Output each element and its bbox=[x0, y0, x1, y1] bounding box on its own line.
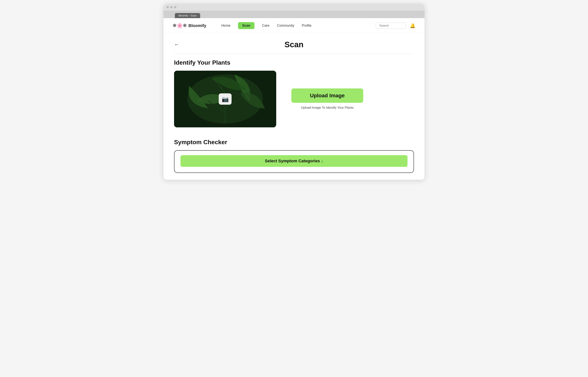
window-dot-red bbox=[166, 6, 169, 8]
nav-item-profile[interactable]: Profile bbox=[302, 24, 312, 28]
back-button[interactable]: ← bbox=[174, 42, 179, 48]
camera-icon-wrapper: 📷 bbox=[219, 93, 232, 105]
browser-tab-bar: Bloomify – Scan bbox=[163, 11, 425, 18]
main-nav: ❄🌸❄ Bloomify Home Scan Care Community Pr… bbox=[163, 18, 425, 33]
logo-text: Bloomify bbox=[188, 23, 206, 28]
browser-tab[interactable]: Bloomify – Scan bbox=[175, 13, 200, 18]
upload-subtitle: Upload Image To Identify Your Plants bbox=[301, 106, 354, 110]
upload-image-button[interactable]: Upload Image bbox=[291, 88, 363, 103]
upload-area: Upload Image Upload Image To Identify Yo… bbox=[291, 88, 363, 110]
nav-item-community[interactable]: Community bbox=[277, 24, 294, 28]
nav-item-scan[interactable]: Scan bbox=[238, 22, 254, 29]
identify-section: Identify Your Plants bbox=[174, 59, 414, 127]
browser-chrome bbox=[163, 4, 425, 11]
nav-item-home[interactable]: Home bbox=[221, 24, 230, 28]
logo-icon: ❄🌸❄ bbox=[173, 23, 187, 29]
page-header: ← Scan bbox=[174, 40, 414, 54]
select-symptom-button[interactable]: Select Symptom Categories ↓ bbox=[180, 155, 408, 167]
logo-link[interactable]: ❄🌸❄ Bloomify bbox=[173, 23, 206, 29]
symptom-card: Select Symptom Categories ↓ bbox=[174, 150, 414, 173]
page-title: Scan bbox=[174, 40, 414, 49]
nav-item-care[interactable]: Care bbox=[262, 24, 269, 28]
plant-image-container[interactable]: 📷 bbox=[174, 71, 276, 127]
search-input[interactable] bbox=[376, 23, 406, 29]
app-window: Bloomify – Scan ❄🌸❄ Bloomify Home Scan C… bbox=[163, 4, 425, 180]
page-content: ← Scan Identify Your Plants bbox=[163, 33, 425, 180]
symptom-heading: Symptom Checker bbox=[174, 139, 414, 146]
camera-icon: 📷 bbox=[222, 96, 229, 102]
bell-icon[interactable]: 🔔 bbox=[410, 23, 415, 28]
identify-heading: Identify Your Plants bbox=[174, 59, 414, 66]
nav-links: Home Scan Care Community Profile bbox=[221, 22, 376, 29]
identify-content: 📷 Upload Image Upload Image To Identify … bbox=[174, 71, 414, 127]
window-dot-green bbox=[174, 6, 176, 8]
window-dot-yellow bbox=[170, 6, 173, 8]
symptom-section: Symptom Checker Select Symptom Categorie… bbox=[174, 139, 414, 173]
nav-right: 🔔 bbox=[376, 23, 415, 29]
